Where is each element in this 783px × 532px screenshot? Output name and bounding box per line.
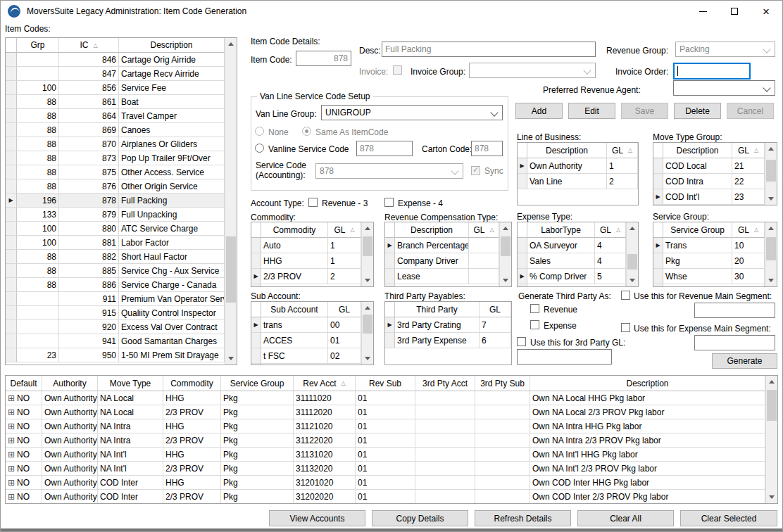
expense-4-checkbox[interactable]: [384, 198, 394, 207]
vertical-scrollbar[interactable]: [765, 222, 777, 286]
table-row[interactable]: ▶2/3 PROV2: [251, 269, 361, 284]
table-row[interactable]: ▶Branch Percentage: [385, 238, 499, 253]
scrollbar-thumb[interactable]: [363, 315, 372, 334]
table-row[interactable]: ⊞NOOwn AuthorityCOD Inter2/3 PROVPkg3120…: [6, 490, 765, 503]
table-row[interactable]: 88864Travel Camper: [6, 109, 225, 123]
vertical-scrollbar[interactable]: [225, 38, 237, 365]
copy-details-button[interactable]: Copy Details: [372, 510, 468, 526]
scroll-down-icon[interactable]: [627, 274, 638, 286]
scroll-up-icon[interactable]: [500, 222, 511, 234]
column-header-3rd-pty-acct[interactable]: 3rd Pty Acct: [415, 376, 475, 391]
scroll-down-icon[interactable]: [362, 353, 373, 365]
expand-icon[interactable]: ⊞: [8, 451, 15, 458]
column-header-default[interactable]: Default: [6, 376, 42, 391]
column-header-gl[interactable]: GL△: [469, 222, 499, 238]
scrollbar-thumb[interactable]: [767, 390, 777, 421]
column-header-ic[interactable]: IC△: [59, 38, 119, 53]
carton-code-field[interactable]: 878: [471, 141, 503, 156]
use-expense-main-segment-checkbox[interactable]: [621, 323, 630, 332]
column-header-description[interactable]: Description: [395, 222, 469, 238]
expand-icon[interactable]: ⊞: [8, 437, 15, 444]
column-header-description[interactable]: Description: [119, 38, 225, 53]
table-row[interactable]: ACCES01: [251, 333, 361, 348]
scroll-down-icon[interactable]: [362, 274, 373, 286]
column-header-gl[interactable]: GL△: [607, 143, 638, 158]
table-row[interactable]: HHG1: [251, 253, 361, 269]
table-row[interactable]: OA Surveyor4: [518, 238, 626, 253]
table-row[interactable]: 88876Other Origin Service: [6, 179, 225, 194]
scroll-up-icon[interactable]: [362, 222, 373, 234]
scroll-up-icon[interactable]: [627, 222, 638, 234]
column-header-gl[interactable]: GL: [328, 302, 361, 317]
table-row[interactable]: 847Cartage Recv Airride: [6, 67, 225, 81]
table-row[interactable]: Van Line2: [518, 174, 638, 189]
table-row[interactable]: 915Qualiity Control Inspector: [6, 306, 225, 320]
scroll-down-icon[interactable]: [225, 353, 237, 365]
table-row[interactable]: 88869Canoes: [6, 123, 225, 137]
scroll-up-icon[interactable]: [225, 38, 237, 50]
column-header-move-type[interactable]: Move Type: [98, 376, 163, 391]
column-header-rev-acct[interactable]: Rev Acct△: [294, 376, 356, 391]
item-code-field[interactable]: 878: [296, 51, 351, 66]
desc-field[interactable]: Full Packing: [382, 42, 596, 57]
column-header-labortype[interactable]: LaborType: [527, 222, 595, 238]
table-row[interactable]: 100881Labor Factor: [6, 236, 225, 250]
vertical-scrollbar[interactable]: [361, 222, 373, 286]
table-row[interactable]: 941Good Samaritan Charges: [6, 334, 225, 348]
scroll-down-icon[interactable]: [500, 274, 511, 286]
table-row[interactable]: Sales4: [518, 253, 626, 269]
scrollbar-thumb[interactable]: [501, 236, 510, 256]
table-row[interactable]: ▶196878Full Packing: [6, 194, 225, 208]
view-accounts-button[interactable]: View Accounts: [269, 510, 365, 526]
scroll-up-icon[interactable]: [766, 376, 777, 388]
vanline-service-code-field[interactable]: 878: [356, 141, 413, 156]
revenue-group-select[interactable]: Packing: [675, 42, 775, 57]
column-header-3rd-pty-sub[interactable]: 3rd Pty Sub: [475, 376, 530, 391]
table-row[interactable]: 920Excess Val Over Contract: [6, 320, 225, 334]
sync-checkbox[interactable]: [471, 166, 480, 175]
expand-icon[interactable]: ⊞: [8, 409, 15, 416]
table-row[interactable]: ⊞NOOwn AuthorityNA Int'lHHGPkg3113102001…: [6, 448, 765, 462]
table-row[interactable]: 100880ATC Service Charge: [6, 222, 225, 236]
generate-expense-checkbox[interactable]: [530, 320, 539, 329]
revenue-3-checkbox[interactable]: [308, 198, 318, 207]
expand-icon[interactable]: ⊞: [8, 493, 15, 500]
column-header-gl[interactable]: GL△: [595, 222, 626, 238]
table-row[interactable]: 88861Boat: [6, 95, 225, 109]
column-header-description[interactable]: Description: [663, 143, 732, 158]
table-row[interactable]: 133879Full Unpacking: [6, 208, 225, 222]
column-header-sub-account[interactable]: Sub Account: [261, 302, 328, 317]
table-row[interactable]: 239501-50 MI Prem Sit Drayage: [6, 348, 225, 362]
save-button[interactable]: Save: [621, 103, 668, 119]
scroll-down-icon[interactable]: [765, 274, 777, 286]
column-header-commodity[interactable]: Commodity: [261, 222, 328, 238]
scroll-down-icon[interactable]: [766, 491, 777, 503]
column-header-rev-sub[interactable]: Rev Sub: [356, 376, 415, 391]
table-row[interactable]: 88875Other Access. Service: [6, 165, 225, 179]
vertical-scrollbar[interactable]: [361, 302, 373, 365]
table-row[interactable]: t FSC02: [251, 348, 361, 364]
invoice-checkbox[interactable]: [393, 65, 402, 75]
cancel-button[interactable]: Cancel: [727, 103, 774, 119]
expand-icon[interactable]: ⊞: [8, 395, 15, 402]
column-header-description[interactable]: Description: [527, 143, 607, 158]
table-row[interactable]: COD Intra22: [653, 174, 765, 189]
table-row[interactable]: ⊞NOOwn AuthorityNA Int'l2/3 PROVPkg31132…: [6, 462, 765, 476]
scroll-up-icon[interactable]: [765, 222, 777, 234]
generate-button[interactable]: Generate: [712, 353, 777, 369]
table-row[interactable]: 88885Service Chg - Aux Service: [6, 264, 225, 278]
table-row[interactable]: 911Premium Van Operator Service: [6, 292, 225, 306]
table-row[interactable]: ⊞NOOwn AuthorityNA Local2/3 PROVPkg31112…: [6, 405, 765, 419]
preferred-revenue-agent-select[interactable]: [673, 80, 775, 96]
table-row[interactable]: 88886Service Charge - Canada: [6, 278, 225, 292]
vertical-scrollbar[interactable]: [499, 222, 511, 286]
table-row[interactable]: ▶COD Int'l23: [653, 189, 765, 205]
table-row[interactable]: COD Local21: [653, 158, 765, 174]
column-header-gl[interactable]: GL△: [732, 222, 765, 238]
none-radio[interactable]: [255, 127, 264, 136]
table-row[interactable]: ▶Own Authority1: [518, 158, 638, 174]
minimize-button[interactable]: [691, 1, 715, 22]
expand-icon[interactable]: ⊞: [8, 465, 15, 472]
vertical-scrollbar[interactable]: [626, 222, 638, 286]
table-row[interactable]: ⊞NOOwn AuthorityNA Intra2/3 PROVPkg31122…: [6, 433, 765, 448]
